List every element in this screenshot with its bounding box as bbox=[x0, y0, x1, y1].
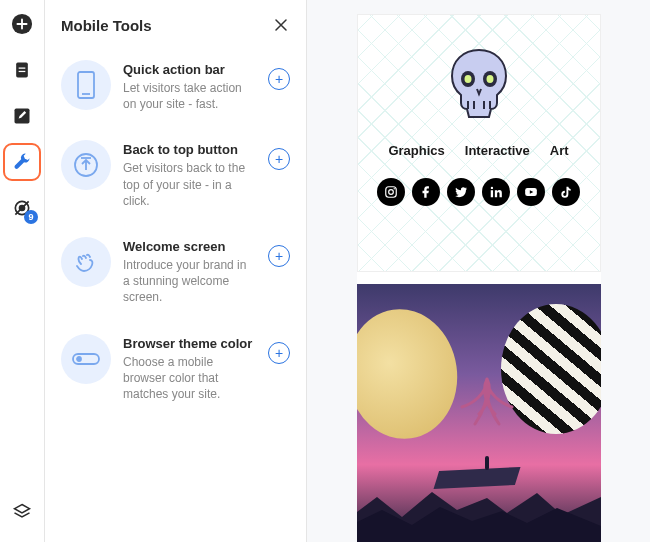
nav-row: Graphics Interactive Art bbox=[388, 143, 568, 158]
tool-icon-wrap bbox=[61, 237, 111, 287]
twitter-icon bbox=[454, 185, 468, 199]
tool-title: Browser theme color bbox=[123, 336, 256, 351]
arrow-up-circle-icon bbox=[72, 151, 100, 179]
instagram-icon bbox=[384, 185, 398, 199]
mobile-tools-panel: Mobile Tools Quick action bar Let visito… bbox=[45, 0, 307, 542]
facebook-icon bbox=[419, 185, 433, 199]
tool-desc: Introduce your brand in a stunning welco… bbox=[123, 257, 256, 306]
document-button[interactable] bbox=[10, 58, 34, 82]
left-toolbar: 9 bbox=[0, 0, 45, 542]
layers-button[interactable] bbox=[10, 500, 34, 524]
tool-icon-wrap bbox=[61, 140, 111, 190]
youtube-icon bbox=[524, 185, 538, 199]
social-tiktok[interactable] bbox=[552, 178, 580, 206]
orb-left bbox=[357, 302, 466, 446]
tool-text: Welcome screen Introduce your brand in a… bbox=[123, 237, 256, 306]
tool-text: Browser theme color Choose a mobile brow… bbox=[123, 334, 256, 403]
nav-graphics[interactable]: Graphics bbox=[388, 143, 444, 158]
tool-icon-wrap bbox=[61, 334, 111, 384]
add-tool-button[interactable]: + bbox=[268, 148, 290, 170]
nav-interactive[interactable]: Interactive bbox=[465, 143, 530, 158]
skull-icon bbox=[444, 45, 514, 123]
social-instagram[interactable] bbox=[377, 178, 405, 206]
hero-section: Graphics Interactive Art bbox=[357, 14, 601, 272]
person-silhouette bbox=[485, 456, 489, 470]
notification-badge: 9 bbox=[24, 210, 38, 224]
tool-desc: Choose a mobile browser color that match… bbox=[123, 354, 256, 403]
svg-point-20 bbox=[394, 188, 395, 189]
tools-list: Quick action bar Let visitors take actio… bbox=[45, 42, 306, 420]
close-button[interactable] bbox=[272, 16, 290, 34]
svg-rect-21 bbox=[491, 190, 493, 197]
tool-desc: Let visitors take action on your site - … bbox=[123, 80, 256, 112]
plus-circle-icon bbox=[11, 13, 33, 35]
tool-quick-action-bar[interactable]: Quick action bar Let visitors take actio… bbox=[59, 50, 292, 122]
tools-button[interactable] bbox=[10, 150, 34, 174]
nav-art[interactable]: Art bbox=[550, 143, 569, 158]
tiktok-icon bbox=[559, 185, 573, 199]
tool-text: Back to top button Get visitors back to … bbox=[123, 140, 256, 209]
svg-rect-2 bbox=[19, 68, 26, 69]
app-root: 9 Mobile Tools Quick action bar Let visi… bbox=[0, 0, 650, 542]
panel-header: Mobile Tools bbox=[45, 16, 306, 42]
tool-text: Quick action bar Let visitors take actio… bbox=[123, 60, 256, 112]
layers-icon bbox=[12, 502, 32, 522]
phone-icon bbox=[74, 70, 98, 100]
linkedin-icon bbox=[489, 185, 503, 199]
social-facebook[interactable] bbox=[412, 178, 440, 206]
tool-title: Back to top button bbox=[123, 142, 256, 157]
add-tool-button[interactable]: + bbox=[268, 68, 290, 90]
svg-rect-1 bbox=[16, 63, 28, 78]
add-button[interactable] bbox=[10, 12, 34, 36]
tool-welcome-screen[interactable]: Welcome screen Introduce your brand in a… bbox=[59, 227, 292, 316]
color-bar-icon bbox=[71, 351, 101, 367]
add-tool-button[interactable]: + bbox=[268, 245, 290, 267]
svg-point-19 bbox=[389, 190, 394, 195]
svg-rect-3 bbox=[19, 71, 26, 72]
svg-point-13 bbox=[77, 357, 81, 361]
wave-hand-icon bbox=[72, 248, 100, 276]
artwork-section bbox=[357, 284, 601, 542]
svg-point-15 bbox=[464, 75, 471, 83]
tentacles-icon bbox=[452, 374, 522, 454]
svg-point-17 bbox=[486, 75, 493, 83]
social-linkedin[interactable] bbox=[482, 178, 510, 206]
tool-title: Quick action bar bbox=[123, 62, 256, 77]
mountains-icon bbox=[357, 482, 601, 542]
social-twitter[interactable] bbox=[447, 178, 475, 206]
edit-button[interactable] bbox=[10, 104, 34, 128]
close-icon bbox=[275, 19, 287, 31]
tool-desc: Get visitors back to the top of your sit… bbox=[123, 160, 256, 209]
hero-content: Graphics Interactive Art bbox=[358, 15, 600, 271]
site-preview: Graphics Interactive Art bbox=[307, 0, 650, 542]
social-youtube[interactable] bbox=[517, 178, 545, 206]
tool-back-to-top[interactable]: Back to top button Get visitors back to … bbox=[59, 130, 292, 219]
wrench-icon bbox=[12, 152, 32, 172]
tool-title: Welcome screen bbox=[123, 239, 256, 254]
social-row bbox=[377, 178, 580, 206]
edit-icon bbox=[12, 106, 32, 126]
tool-icon-wrap bbox=[61, 60, 111, 110]
preview-button[interactable]: 9 bbox=[10, 196, 34, 220]
svg-point-22 bbox=[491, 187, 493, 189]
add-tool-button[interactable]: + bbox=[268, 342, 290, 364]
mobile-frame: Graphics Interactive Art bbox=[357, 14, 601, 542]
tool-browser-theme-color[interactable]: Browser theme color Choose a mobile brow… bbox=[59, 324, 292, 413]
document-icon bbox=[12, 60, 32, 80]
panel-title: Mobile Tools bbox=[61, 17, 152, 34]
